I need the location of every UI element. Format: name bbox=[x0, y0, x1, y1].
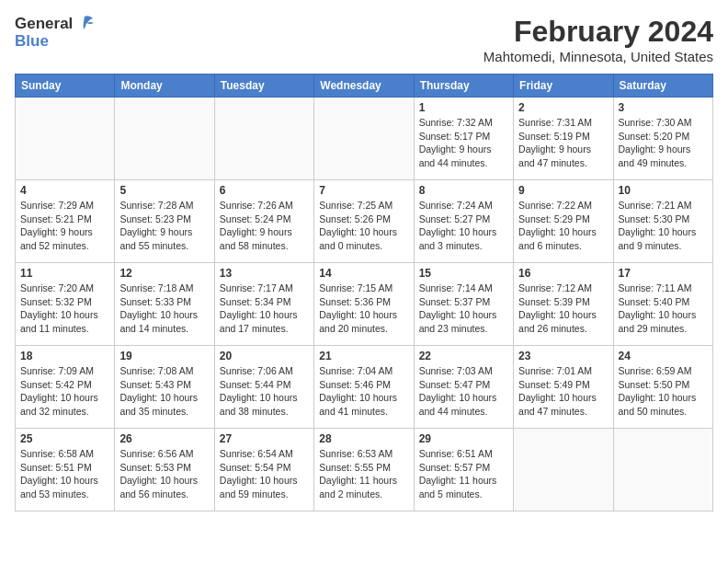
day-number: 22 bbox=[419, 350, 508, 362]
day-info: Sunrise: 7:25 AMSunset: 5:26 PMDaylight:… bbox=[319, 199, 408, 253]
table-row: 18Sunrise: 7:09 AMSunset: 5:42 PMDayligh… bbox=[16, 346, 115, 429]
day-number: 14 bbox=[319, 267, 408, 280]
day-info: Sunrise: 7:31 AMSunset: 5:19 PMDaylight:… bbox=[518, 116, 608, 170]
table-row: 26Sunrise: 6:56 AMSunset: 5:53 PMDayligh… bbox=[115, 429, 214, 511]
day-info: Sunrise: 7:21 AMSunset: 5:30 PMDaylight:… bbox=[619, 199, 708, 253]
day-number: 17 bbox=[619, 267, 708, 280]
day-number: 6 bbox=[220, 184, 309, 197]
table-row bbox=[613, 429, 712, 511]
table-row: 9Sunrise: 7:22 AMSunset: 5:29 PMDaylight… bbox=[514, 180, 613, 263]
day-number: 15 bbox=[419, 267, 508, 280]
table-row bbox=[314, 98, 414, 180]
day-info: Sunrise: 7:14 AMSunset: 5:37 PMDaylight:… bbox=[419, 282, 508, 336]
day-info: Sunrise: 6:51 AMSunset: 5:57 PMDaylight:… bbox=[419, 447, 508, 501]
day-info: Sunrise: 6:54 AMSunset: 5:54 PMDaylight:… bbox=[220, 447, 309, 501]
table-row bbox=[514, 429, 613, 511]
day-number: 20 bbox=[220, 350, 309, 362]
day-info: Sunrise: 7:29 AMSunset: 5:21 PMDaylight:… bbox=[20, 199, 109, 253]
table-row: 16Sunrise: 7:12 AMSunset: 5:39 PMDayligh… bbox=[514, 263, 613, 346]
day-number: 8 bbox=[419, 184, 508, 197]
day-info: Sunrise: 7:15 AMSunset: 5:36 PMDaylight:… bbox=[319, 282, 408, 336]
table-row: 25Sunrise: 6:58 AMSunset: 5:51 PMDayligh… bbox=[16, 429, 115, 511]
day-number: 21 bbox=[319, 350, 408, 362]
day-info: Sunrise: 7:20 AMSunset: 5:32 PMDaylight:… bbox=[20, 282, 109, 336]
day-number: 24 bbox=[619, 350, 708, 362]
table-row: 17Sunrise: 7:11 AMSunset: 5:40 PMDayligh… bbox=[613, 263, 712, 346]
day-info: Sunrise: 6:58 AMSunset: 5:51 PMDaylight:… bbox=[20, 447, 109, 501]
day-number: 7 bbox=[319, 184, 408, 197]
location-title: Mahtomedi, Minnesota, United States bbox=[483, 49, 713, 64]
day-info: Sunrise: 7:22 AMSunset: 5:29 PMDaylight:… bbox=[518, 199, 608, 253]
day-number: 26 bbox=[119, 432, 209, 445]
day-info: Sunrise: 7:01 AMSunset: 5:49 PMDaylight:… bbox=[518, 364, 608, 419]
header-monday: Monday bbox=[115, 75, 214, 98]
day-info: Sunrise: 7:24 AMSunset: 5:27 PMDaylight:… bbox=[419, 199, 508, 253]
table-row: 4Sunrise: 7:29 AMSunset: 5:21 PMDaylight… bbox=[16, 180, 115, 263]
table-row: 28Sunrise: 6:53 AMSunset: 5:55 PMDayligh… bbox=[314, 429, 414, 511]
day-number: 29 bbox=[419, 432, 508, 445]
table-row: 24Sunrise: 6:59 AMSunset: 5:50 PMDayligh… bbox=[613, 346, 712, 429]
day-number: 13 bbox=[220, 267, 309, 280]
day-number: 28 bbox=[319, 432, 408, 445]
header-tuesday: Tuesday bbox=[214, 75, 313, 98]
table-row: 14Sunrise: 7:15 AMSunset: 5:36 PMDayligh… bbox=[314, 263, 414, 346]
table-row bbox=[214, 98, 313, 180]
logo-bird-icon bbox=[74, 15, 95, 33]
day-number: 16 bbox=[518, 267, 608, 280]
table-row: 11Sunrise: 7:20 AMSunset: 5:32 PMDayligh… bbox=[16, 263, 115, 346]
calendar-table: Sunday Monday Tuesday Wednesday Thursday… bbox=[15, 74, 713, 511]
day-number: 11 bbox=[20, 267, 109, 280]
day-number: 1 bbox=[419, 101, 508, 114]
day-info: Sunrise: 6:56 AMSunset: 5:53 PMDaylight:… bbox=[119, 447, 209, 501]
day-info: Sunrise: 7:11 AMSunset: 5:40 PMDaylight:… bbox=[619, 282, 708, 336]
day-info: Sunrise: 6:59 AMSunset: 5:50 PMDaylight:… bbox=[619, 364, 708, 419]
day-number: 2 bbox=[518, 101, 608, 114]
month-title: February 2024 bbox=[483, 15, 713, 49]
day-info: Sunrise: 7:18 AMSunset: 5:33 PMDaylight:… bbox=[119, 282, 209, 336]
table-row: 12Sunrise: 7:18 AMSunset: 5:33 PMDayligh… bbox=[115, 263, 214, 346]
page-header: General Blue February 2024 Mahtomedi, Mi… bbox=[15, 15, 713, 64]
table-row bbox=[115, 98, 214, 180]
day-number: 4 bbox=[20, 184, 109, 197]
table-row: 22Sunrise: 7:03 AMSunset: 5:47 PMDayligh… bbox=[414, 346, 513, 429]
header-friday: Friday bbox=[514, 75, 613, 98]
table-row: 5Sunrise: 7:28 AMSunset: 5:23 PMDaylight… bbox=[115, 180, 214, 263]
table-row: 23Sunrise: 7:01 AMSunset: 5:49 PMDayligh… bbox=[514, 346, 613, 429]
day-number: 10 bbox=[619, 184, 708, 197]
day-number: 3 bbox=[619, 101, 708, 114]
header-thursday: Thursday bbox=[414, 75, 513, 98]
table-row bbox=[16, 98, 115, 180]
calendar-week-5: 25Sunrise: 6:58 AMSunset: 5:51 PMDayligh… bbox=[16, 429, 713, 511]
day-number: 12 bbox=[119, 267, 209, 280]
table-row: 29Sunrise: 6:51 AMSunset: 5:57 PMDayligh… bbox=[414, 429, 513, 511]
day-info: Sunrise: 7:17 AMSunset: 5:34 PMDaylight:… bbox=[220, 282, 309, 336]
calendar-week-3: 11Sunrise: 7:20 AMSunset: 5:32 PMDayligh… bbox=[16, 263, 713, 346]
table-row: 1Sunrise: 7:32 AMSunset: 5:17 PMDaylight… bbox=[414, 98, 513, 180]
day-info: Sunrise: 7:04 AMSunset: 5:46 PMDaylight:… bbox=[319, 364, 408, 419]
day-info: Sunrise: 7:06 AMSunset: 5:44 PMDaylight:… bbox=[220, 364, 309, 419]
day-number: 27 bbox=[220, 432, 309, 445]
day-number: 18 bbox=[20, 350, 109, 362]
header-wednesday: Wednesday bbox=[314, 75, 414, 98]
header-saturday: Saturday bbox=[613, 75, 712, 98]
table-row: 6Sunrise: 7:26 AMSunset: 5:24 PMDaylight… bbox=[214, 180, 313, 263]
day-info: Sunrise: 7:09 AMSunset: 5:42 PMDaylight:… bbox=[20, 364, 109, 419]
calendar-week-2: 4Sunrise: 7:29 AMSunset: 5:21 PMDaylight… bbox=[16, 180, 713, 263]
table-row: 27Sunrise: 6:54 AMSunset: 5:54 PMDayligh… bbox=[214, 429, 313, 511]
calendar-week-4: 18Sunrise: 7:09 AMSunset: 5:42 PMDayligh… bbox=[16, 346, 713, 429]
day-info: Sunrise: 6:53 AMSunset: 5:55 PMDaylight:… bbox=[319, 447, 408, 501]
table-row: 7Sunrise: 7:25 AMSunset: 5:26 PMDaylight… bbox=[314, 180, 414, 263]
day-number: 19 bbox=[119, 350, 209, 362]
day-info: Sunrise: 7:08 AMSunset: 5:43 PMDaylight:… bbox=[119, 364, 209, 419]
table-row: 21Sunrise: 7:04 AMSunset: 5:46 PMDayligh… bbox=[314, 346, 414, 429]
table-row: 19Sunrise: 7:08 AMSunset: 5:43 PMDayligh… bbox=[115, 346, 214, 429]
table-row: 10Sunrise: 7:21 AMSunset: 5:30 PMDayligh… bbox=[613, 180, 712, 263]
day-info: Sunrise: 7:26 AMSunset: 5:24 PMDaylight:… bbox=[220, 199, 309, 253]
day-info: Sunrise: 7:30 AMSunset: 5:20 PMDaylight:… bbox=[619, 116, 708, 170]
table-row: 3Sunrise: 7:30 AMSunset: 5:20 PMDaylight… bbox=[613, 98, 712, 180]
table-row: 20Sunrise: 7:06 AMSunset: 5:44 PMDayligh… bbox=[214, 346, 313, 429]
title-block: February 2024 Mahtomedi, Minnesota, Unit… bbox=[483, 15, 713, 64]
day-number: 9 bbox=[518, 184, 608, 197]
table-row: 2Sunrise: 7:31 AMSunset: 5:19 PMDaylight… bbox=[514, 98, 613, 180]
logo: General Blue bbox=[15, 15, 95, 51]
